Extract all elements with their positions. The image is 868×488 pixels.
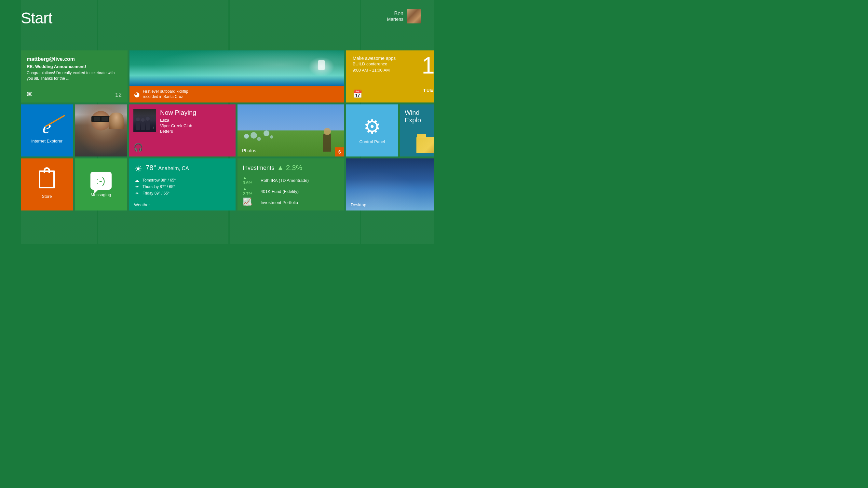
sun-icon: ☀ <box>134 164 142 174</box>
weather-label: Weather <box>134 202 150 207</box>
user-first-name: Ben <box>387 11 403 17</box>
calendar-tile[interactable]: Make awesome apps BUILD conference 9:00 … <box>346 51 434 102</box>
weather-city-name: Anaheim, CA <box>158 165 189 171</box>
store-label: Store <box>42 194 52 199</box>
now-playing-label: Now Playing <box>160 109 196 117</box>
weather-forecast: ☁ Tomorrow 88° / 65° ☀ Thursday 87° / 65… <box>134 178 230 196</box>
invest-overall-pct: ▲ 2.3% <box>277 164 302 172</box>
weather-tomorrow: ☁ Tomorrow 88° / 65° <box>134 178 230 183</box>
weather-temp-city: 78° Anaheim, CA <box>146 164 189 172</box>
surf-image <box>129 51 344 86</box>
weather-tomorrow-text: Tomorrow 88° / 65° <box>143 178 176 183</box>
ie-label: Internet Explorer <box>31 139 62 144</box>
weather-thursday: ☀ Thursday 87° / 65° <box>134 184 230 189</box>
person-photo <box>75 104 127 156</box>
invest-pct-2: ▲ 2.7% <box>243 186 257 196</box>
weather-thursday-text: Thursday 87° / 65° <box>143 184 175 189</box>
surf-text: First ever sufboard kickflip recorded in… <box>143 89 188 99</box>
mail-subject: RE: Wedding Announcement! <box>27 64 122 69</box>
desktop-label: Desktop <box>351 202 366 207</box>
messaging-label: Messaging <box>91 192 111 197</box>
sun-sm-icon: ☀ <box>134 184 140 189</box>
user-info[interactable]: Ben Martens <box>387 9 421 24</box>
invest-name-2: 401K Fund (Fidelity) <box>260 189 299 194</box>
mail-tile[interactable]: mattberg@live.com RE: Wedding Announceme… <box>21 51 127 102</box>
ie-tile[interactable]: e Internet Explorer <box>21 104 73 156</box>
music-artist: Eliza <box>160 118 196 123</box>
invest-pct-1: ▲ 3.6% <box>243 175 257 185</box>
mail-body: Congratulations! I'm really excited to c… <box>27 70 122 81</box>
shopping-bag-icon <box>39 171 55 191</box>
user-last-name: Martens <box>387 17 403 22</box>
music-info: Now Playing Eliza Viper Creek Club Lette… <box>160 109 196 134</box>
surf-subheadline: recorded in Santa Cruz <box>143 94 188 99</box>
chat-bubble-icon: :-) <box>90 172 112 190</box>
music-tile[interactable]: Now Playing Eliza Viper Creek Club Lette… <box>129 104 236 156</box>
weather-temp: 78° <box>146 164 156 172</box>
surf-bottom: ◕ First ever sufboard kickflip recorded … <box>129 86 344 102</box>
invest-row-1: ▲ 3.6% Roth IRA (TD Ameritrade) <box>243 175 339 185</box>
rss-icon: ◕ <box>134 90 140 98</box>
mail-icon: ✉ <box>27 90 33 98</box>
header: Start Ben Martens <box>0 0 434 33</box>
photo-person-tile[interactable] <box>75 104 127 156</box>
avatar[interactable] <box>407 9 421 24</box>
invest-title: Investments <box>243 164 274 172</box>
weather-tile[interactable]: ☀ 78° Anaheim, CA ☁ Tomorrow 88° / 65° ☀… <box>129 158 236 211</box>
cloud-icon: ☁ <box>134 178 140 183</box>
mail-footer: ✉ 12 <box>27 90 122 98</box>
invest-row-2: ▲ 2.7% 401K Fund (Fidelity) <box>243 186 339 196</box>
avatar-image <box>407 9 421 24</box>
cal-day-name: TUESDAY <box>423 88 434 93</box>
cal-day-num: 13 <box>422 54 434 77</box>
surfer-figure <box>318 60 325 70</box>
mail-email: mattberg@live.com <box>27 56 122 62</box>
tiles-row-1: mattberg@live.com RE: Wedding Announceme… <box>21 51 434 102</box>
user-name-block: Ben Martens <box>387 11 403 22</box>
music-song: Letters <box>160 129 196 134</box>
weather-friday-text: Friday 89° / 65° <box>143 191 169 195</box>
control-label: Control Panel <box>360 139 385 144</box>
music-album: Viper Creek Club <box>160 123 196 128</box>
mail-count: 12 <box>115 92 122 98</box>
tiles-container: mattberg@live.com RE: Wedding Announceme… <box>21 51 434 211</box>
invest-name-3: Investment Portfolio <box>260 200 298 205</box>
photos-count: 6 <box>335 147 344 156</box>
invest-row-3: ▼ 1.4% Investment Portfolio <box>243 197 339 207</box>
surf-headline: First ever sufboard kickflip <box>143 89 188 94</box>
control-panel-tile[interactable]: ⚙ Control Panel <box>346 104 398 156</box>
store-tile[interactable]: Store <box>21 158 73 211</box>
weather-main: ☀ 78° Anaheim, CA <box>134 164 230 174</box>
tiles-row-3: Store :-) Messaging ☀ 78° Anaheim, CA <box>21 158 434 211</box>
cal-icon: 📅 <box>353 89 363 98</box>
explorer-title: Wind <box>405 109 434 117</box>
explorer-tile[interactable]: Wind Explo <box>400 104 434 156</box>
photos-label: Photos <box>242 148 256 153</box>
desktop-tile[interactable]: Desktop <box>346 158 434 211</box>
headphone-icon: 🎧 <box>133 143 143 152</box>
chart-icon: 📈 <box>243 197 251 206</box>
surf-tile[interactable]: ◕ First ever sufboard kickflip recorded … <box>129 51 344 102</box>
invest-header: Investments ▲ 2.3% <box>243 164 339 172</box>
weather-details: 78° Anaheim, CA <box>146 164 189 172</box>
tiles-row-2: e Internet Explorer <box>21 104 434 156</box>
invest-name-1: Roth IRA (TD Ameritrade) <box>260 178 309 183</box>
photos-tile[interactable]: Photos 6 <box>238 104 344 156</box>
gear-icon: ⚙ <box>363 117 381 136</box>
weather-friday: ☀ Friday 89° / 65° <box>134 191 230 196</box>
investments-tile[interactable]: Investments ▲ 2.3% ▲ 3.6% Roth IRA (TD A… <box>238 158 344 211</box>
ie-logo-icon: e <box>43 118 51 136</box>
sun-sm2-icon: ☀ <box>134 191 140 196</box>
messaging-tile[interactable]: :-) Messaging <box>75 158 127 211</box>
album-art <box>133 109 156 132</box>
page-title: Start <box>21 9 52 27</box>
explorer-sub: Explo <box>405 117 434 124</box>
